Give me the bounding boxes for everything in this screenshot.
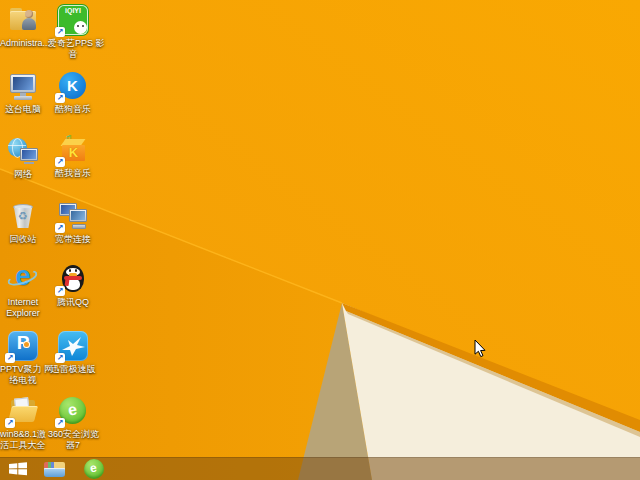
windows-desktop: Administra... iQIYI ↗ 爱奇艺PPS 影音 这台电脑 K ↗…	[0, 0, 640, 480]
desktop-icon-network[interactable]: 网络	[0, 135, 46, 180]
icon-label: 爱奇艺PPS 影音	[48, 38, 98, 59]
desktop-icon-pptv[interactable]: P ↗ PPTV聚力 网络电视	[0, 330, 46, 385]
desktop-icon-recycle-bin[interactable]: ♻ 回收站	[0, 200, 46, 245]
pptv-icon: P ↗	[7, 330, 39, 362]
windows-logo-icon	[9, 462, 27, 476]
iqiyi-icon: iQIYI ↗	[57, 4, 89, 36]
desktop-icon-internet-explorer[interactable]: e InternetExplorer	[0, 263, 46, 318]
icon-label: win8&8.1激活工具大全	[0, 429, 46, 450]
shortcut-arrow-icon: ↗	[55, 157, 65, 167]
network-globe-icon	[7, 135, 39, 167]
shortcut-arrow-icon: ↗	[55, 418, 65, 428]
desktop-icon-xunlei[interactable]: ↗ 迅雷极速版	[48, 330, 98, 375]
icon-label: Administra...	[0, 38, 46, 49]
shortcut-arrow-icon: ↗	[5, 353, 15, 363]
open-folder-icon: ↗	[7, 395, 39, 427]
taskbar-360-browser-button[interactable]: e	[74, 457, 113, 480]
icon-label: 360安全浏览器7	[48, 429, 98, 450]
icon-label: 酷狗音乐	[48, 104, 98, 115]
broadband-monitors-icon: ↗	[57, 200, 89, 232]
icon-label: 迅雷极速版	[48, 364, 98, 375]
desktop-icon-360-browser[interactable]: e ↗ 360安全浏览器7	[48, 395, 98, 450]
ie-icon: e	[7, 263, 39, 295]
start-button[interactable]	[0, 457, 35, 480]
icon-label: 回收站	[0, 234, 46, 245]
xunlei-bird-icon: ↗	[57, 330, 89, 362]
user-folder-icon	[7, 4, 39, 36]
mouse-cursor	[474, 339, 487, 358]
shortcut-arrow-icon: ↗	[55, 27, 65, 37]
360-browser-icon: e	[84, 459, 104, 479]
icon-label: PPTV聚力 网络电视	[0, 364, 46, 385]
shortcut-arrow-icon: ↗	[55, 286, 65, 296]
computer-icon	[7, 70, 39, 102]
qq-penguin-icon: ↗	[57, 263, 89, 295]
desktop-icon-administrator-folder[interactable]: Administra...	[0, 4, 46, 49]
kuwo-icon: ♫ K ↗	[57, 134, 89, 166]
shortcut-arrow-icon: ↗	[55, 223, 65, 233]
desktop-icon-broadband[interactable]: ↗ 宽带连接	[48, 200, 98, 245]
file-explorer-icon	[44, 460, 65, 477]
icon-label: 腾讯QQ	[48, 297, 98, 308]
desktop-icon-kuwo-music[interactable]: ♫ K ↗ 酷我音乐	[48, 134, 98, 179]
icon-label: InternetExplorer	[0, 297, 46, 318]
icon-label: 网络	[0, 169, 46, 180]
kugou-icon: K ↗	[57, 70, 89, 102]
desktop-icon-qq[interactable]: ↗ 腾讯QQ	[48, 263, 98, 308]
recycle-bin-icon: ♻	[7, 200, 39, 232]
desktop-icon-this-pc[interactable]: 这台电脑	[0, 70, 46, 115]
icon-label: 酷我音乐	[48, 168, 98, 179]
taskbar-file-explorer-button[interactable]	[35, 457, 74, 480]
shortcut-arrow-icon: ↗	[55, 353, 65, 363]
shortcut-arrow-icon: ↗	[5, 418, 15, 428]
360-browser-icon: e ↗	[57, 395, 89, 427]
desktop-icon-win8-tools-folder[interactable]: ↗ win8&8.1激活工具大全	[0, 395, 46, 450]
desktop-icon-kugou-music[interactable]: K ↗ 酷狗音乐	[48, 70, 98, 115]
desktop-icon-iqiyi-pps[interactable]: iQIYI ↗ 爱奇艺PPS 影音	[48, 4, 98, 59]
icon-label: 宽带连接	[48, 234, 98, 245]
shortcut-arrow-icon: ↗	[55, 93, 65, 103]
icon-label: 这台电脑	[0, 104, 46, 115]
taskbar: e	[0, 457, 640, 480]
